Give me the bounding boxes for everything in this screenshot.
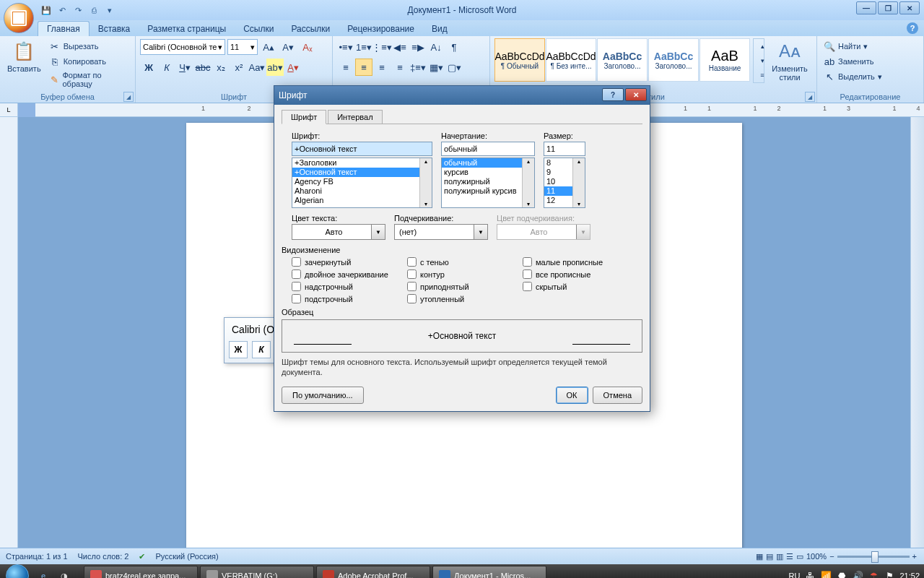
tray-wifi-icon[interactable]: 📶: [820, 570, 832, 578]
qat-more-icon[interactable]: ▾: [103, 4, 116, 17]
line-spacing-button[interactable]: ‡≡▾: [409, 59, 427, 76]
select-button[interactable]: ↖Выделить▾: [821, 70, 884, 83]
default-button[interactable]: По умолчанию...: [282, 387, 364, 404]
status-page[interactable]: Страница: 1 из 1: [6, 552, 68, 561]
styles-launcher[interactable]: ◢: [805, 92, 815, 102]
style-h2[interactable]: AaBbCcЗаголово...: [648, 38, 699, 82]
view-web-icon[interactable]: ▥: [776, 552, 783, 561]
taskbar-item-0[interactable]: bratz4real.exe запра...: [84, 566, 198, 578]
view-read-icon[interactable]: ▤: [766, 552, 773, 561]
zoom-value[interactable]: 100%: [806, 552, 827, 561]
borders-button[interactable]: ▢▾: [445, 59, 463, 76]
font-size-combo[interactable]: 11▾: [227, 39, 258, 55]
font-name-input[interactable]: +Основной текст: [292, 142, 432, 156]
check-allcaps[interactable]: все прописные: [523, 269, 638, 279]
align-center-button[interactable]: ≡: [355, 59, 372, 76]
ok-button[interactable]: ОК: [556, 387, 588, 404]
dialog-tab-spacing[interactable]: Интервал: [328, 110, 382, 124]
style-title[interactable]: AaBНазвание: [699, 38, 750, 82]
tab-mailings[interactable]: Рассылки: [282, 22, 339, 36]
view-outline-icon[interactable]: ☰: [786, 552, 793, 561]
qat-redo[interactable]: ↷: [71, 4, 84, 17]
vertical-scrollbar[interactable]: [910, 117, 924, 548]
dialog-tab-font[interactable]: Шрифт: [282, 110, 326, 124]
tray-clock[interactable]: 21:52: [899, 571, 920, 578]
help-button[interactable]: ?: [907, 22, 918, 34]
dialog-help-button[interactable]: ?: [602, 88, 624, 101]
qat-undo[interactable]: ↶: [56, 4, 69, 17]
tab-selector[interactable]: L: [0, 103, 18, 117]
superscript-button[interactable]: x²: [230, 59, 248, 76]
zoom-thumb[interactable]: [871, 551, 879, 563]
grow-font-button[interactable]: A▴: [260, 38, 277, 56]
taskbar-item-2[interactable]: Adobe Acrobat Prof...: [316, 566, 430, 578]
office-button[interactable]: [4, 3, 34, 33]
cut-button[interactable]: ✂Вырезать: [47, 40, 131, 53]
dialog-titlebar[interactable]: Шрифт ? ✕: [274, 86, 650, 105]
bullets-button[interactable]: •≡▾: [337, 38, 354, 56]
size-listbox[interactable]: 8 9 10 11 12 ▴▾: [544, 158, 585, 208]
style-nospace[interactable]: AaBbCcDd¶ Без инте...: [546, 38, 596, 82]
italic-button[interactable]: К: [158, 59, 175, 76]
bold-button[interactable]: Ж: [140, 59, 157, 76]
style-input[interactable]: обычный: [441, 142, 535, 156]
style-normal[interactable]: AaBbCcDd¶ Обычный: [494, 38, 545, 82]
show-marks-button[interactable]: ¶: [445, 38, 463, 56]
indent-dec-button[interactable]: ◀≡: [391, 38, 409, 56]
style-listbox[interactable]: обычный курсив полужирный полужирный кур…: [441, 158, 535, 208]
strike-button[interactable]: abc: [194, 59, 212, 76]
mini-bold[interactable]: Ж: [229, 341, 248, 358]
style-gallery[interactable]: AaBbCcDd¶ Обычный AaBbCcDd¶ Без инте... …: [494, 38, 750, 82]
copy-button[interactable]: ⎘Копировать: [47, 55, 131, 68]
change-case-button[interactable]: Aa▾: [248, 59, 266, 76]
size-input[interactable]: 11: [544, 142, 585, 156]
underline-button[interactable]: Ч▾: [176, 59, 193, 76]
underline-combo[interactable]: (нет)▼: [394, 224, 488, 240]
find-button[interactable]: 🔍Найти▾: [821, 40, 870, 53]
paste-button[interactable]: 📋 Вставить: [4, 38, 44, 74]
shading-button[interactable]: ▦▾: [427, 59, 445, 76]
status-spell-icon[interactable]: ✔: [139, 552, 145, 561]
sort-button[interactable]: A↓: [427, 38, 445, 56]
font-list-scrollbar[interactable]: ▴▾: [419, 158, 432, 207]
color-combo[interactable]: Авто▼: [292, 224, 385, 240]
tab-layout[interactable]: Разметка страницы: [139, 22, 235, 36]
clipboard-launcher[interactable]: ◢: [123, 92, 134, 102]
start-button[interactable]: [3, 564, 32, 578]
mini-italic[interactable]: К: [252, 341, 271, 358]
check-dblstrike[interactable]: двойное зачеркивание: [292, 269, 407, 279]
tray-shield-icon[interactable]: ⬣: [836, 570, 847, 578]
format-painter-button[interactable]: ✎Формат по образцу: [47, 70, 131, 89]
minimize-button[interactable]: —: [856, 1, 876, 14]
tray-lang[interactable]: RU: [789, 571, 801, 578]
status-words[interactable]: Число слов: 2: [78, 552, 129, 561]
multilevel-button[interactable]: ⋮≡▾: [373, 38, 391, 56]
tab-view[interactable]: Вид: [423, 22, 456, 36]
indent-inc-button[interactable]: ≡▶: [409, 38, 427, 56]
dialog-close-button[interactable]: ✕: [625, 88, 647, 101]
status-lang[interactable]: Русский (Россия): [155, 552, 218, 561]
view-print-icon[interactable]: ▦: [756, 552, 763, 561]
numbering-button[interactable]: 1≡▾: [355, 38, 372, 56]
taskbar-item-1[interactable]: VERBATIM (G:): [200, 566, 314, 578]
media-icon[interactable]: ◑: [55, 566, 74, 578]
zoom-slider[interactable]: [837, 556, 910, 558]
tray-volume-icon[interactable]: 🔊: [852, 570, 863, 578]
tab-review[interactable]: Рецензирование: [339, 22, 423, 36]
font-color-button[interactable]: A▾: [284, 59, 302, 76]
tray-av-icon[interactable]: ☂: [868, 570, 879, 578]
font-name-combo[interactable]: Calibri (Основной те▾: [140, 39, 225, 55]
justify-button[interactable]: ≡: [391, 59, 409, 76]
style-h1[interactable]: AaBbCcЗаголово...: [597, 38, 648, 82]
align-left-button[interactable]: ≡: [337, 59, 354, 76]
check-sub[interactable]: подстрочный: [292, 294, 407, 303]
check-emboss[interactable]: приподнятый: [407, 282, 523, 291]
check-shadow[interactable]: с тенью: [407, 257, 523, 267]
check-super[interactable]: надстрочный: [292, 282, 407, 291]
check-strike[interactable]: зачеркнутый: [292, 257, 407, 267]
taskbar-item-3[interactable]: Документ1 - Micros...: [432, 566, 546, 578]
cancel-button[interactable]: Отмена: [593, 387, 642, 404]
check-hidden[interactable]: скрытый: [523, 282, 638, 291]
size-list-scrollbar[interactable]: ▴▾: [572, 158, 585, 207]
subscript-button[interactable]: x₂: [212, 59, 230, 76]
